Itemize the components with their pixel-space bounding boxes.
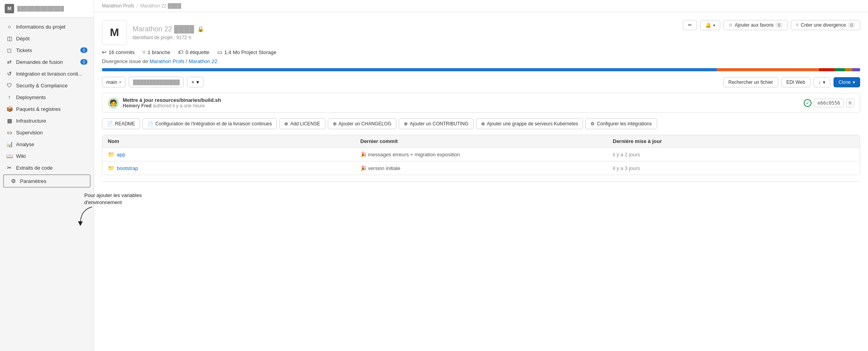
- edi-web-button[interactable]: EDI Web: [781, 77, 810, 87]
- sidebar-item-parametres[interactable]: ⚙ Paramètres: [3, 174, 91, 188]
- repo-avatar: M: [102, 20, 127, 45]
- stat-commits[interactable]: ↩ 16 commits: [102, 49, 134, 55]
- notification-button[interactable]: 🔔 ▾: [700, 20, 720, 30]
- merge-icon: ⇄: [6, 59, 13, 65]
- file-table: Nom Dernier commit Dernière mise à jour …: [102, 135, 860, 175]
- repo-name-text: Marathon 22 ████: [133, 25, 194, 33]
- branch-icon: ⑂: [142, 49, 145, 55]
- readme-icon: 📄: [107, 121, 113, 127]
- clone-label: Clone: [839, 80, 851, 85]
- sidebar-item-label: Informations du projet: [16, 24, 65, 30]
- chevron-down-icon: ▾: [119, 80, 121, 84]
- fork-button[interactable]: ⑂ Créer une divergence 0: [791, 20, 860, 30]
- col-commit: Dernier commit: [355, 135, 607, 147]
- divergence-link2[interactable]: Marathon 22: [189, 58, 217, 64]
- breadcrumb-sep: /: [136, 3, 138, 9]
- storage-label: 1,4 Mo Project Storage: [224, 49, 276, 55]
- pencil-icon: ✏: [688, 22, 692, 28]
- sidebar-item-label: Paquets & registres: [16, 106, 60, 112]
- sidebar-item-project-info[interactable]: ○ Informations du projet: [0, 21, 94, 33]
- sidebar-item-deployments[interactable]: ↑ Deployments: [0, 91, 94, 103]
- progress-green: [835, 68, 845, 71]
- search-file-button[interactable]: Rechercher un fichier: [723, 77, 778, 87]
- add-file-button[interactable]: + ▾: [187, 77, 203, 87]
- plus-icon: +: [191, 79, 194, 85]
- repo-project-id: Identifiant de projet : 9172 ⎘: [133, 35, 204, 40]
- commit-ref-display: ██████████████: [129, 77, 184, 87]
- star-count: 0: [775, 22, 783, 28]
- readme-button[interactable]: 📄 README: [102, 118, 140, 129]
- col-updated: Dernière mise à jour: [607, 135, 860, 147]
- copy-id-icon[interactable]: ⎘: [189, 35, 191, 40]
- add-license-button[interactable]: ⊕ Add LICENSE: [279, 118, 325, 129]
- clone-button[interactable]: Clone ▾: [833, 77, 860, 87]
- sidebar-item-wiki[interactable]: 📖 Wiki: [0, 150, 94, 162]
- add-kubernetes-button[interactable]: ⊕ Ajouter une grappe de serveurs Kuberne…: [476, 118, 583, 129]
- settings-icon: ⚙: [10, 178, 16, 184]
- sidebar-header-title: ██████████████: [17, 6, 64, 11]
- sidebar: M ██████████████ ○ Informations du proje…: [0, 0, 94, 351]
- add-contributing-button[interactable]: ⊕ Ajouter un CONTRIBUTING: [399, 118, 473, 129]
- branch-selector[interactable]: main ▾: [102, 77, 125, 87]
- repo-main: M Marathon 22 ████ 🔒 Identifiant de proj…: [94, 12, 868, 190]
- star-label: Ajouter aux favoris: [735, 22, 774, 28]
- commit-time: authored il y a une heure: [153, 103, 205, 109]
- sidebar-item-integration[interactable]: ↺ Intégration et livraison conti...: [0, 68, 94, 80]
- col-name: Nom: [102, 135, 355, 147]
- file-name-link[interactable]: app: [117, 152, 125, 157]
- file-table-header: Nom Dernier commit Dernière mise à jour: [102, 135, 860, 148]
- configure-integrations-button[interactable]: ⚙ Configurer les intégrations: [585, 118, 657, 129]
- sidebar-item-supervision[interactable]: ▭ Supervision: [0, 127, 94, 138]
- sidebar-header: M ██████████████: [0, 0, 94, 18]
- commit-author-avatar: 🧑: [108, 98, 119, 109]
- sidebar-item-analyse[interactable]: 📊 Analyse: [0, 138, 94, 150]
- download-button[interactable]: ↓ ▾: [814, 77, 830, 87]
- commit-message[interactable]: Mettre à jour resources/binaries/build.s…: [123, 97, 800, 103]
- branches-label: 1 branche: [147, 49, 170, 55]
- tags-label: 0 étiquette: [185, 49, 209, 55]
- sidebar-item-label: Demandes de fusion: [16, 59, 63, 65]
- sidebar-item-depot[interactable]: ◫ Dépôt: [0, 33, 94, 44]
- copy-icon: ⎘: [849, 100, 852, 106]
- file-name-link[interactable]: bootstrap: [117, 165, 138, 171]
- plus-icon: ⊕: [284, 121, 288, 127]
- ci-config-button[interactable]: 📄 Configuration de l'intégration et de l…: [142, 118, 277, 129]
- sidebar-item-extraits[interactable]: ✂ Extraits de code: [0, 162, 94, 174]
- sidebar-item-tickets[interactable]: ◻ Tickets 0: [0, 44, 94, 56]
- sidebar-item-infrastructure[interactable]: ▦ Infrastructure: [0, 115, 94, 127]
- sidebar-item-label: Security & Compliance: [16, 83, 68, 89]
- star-button[interactable]: ☆ Ajouter aux favoris 0: [723, 20, 788, 30]
- commit-author-line: Hemery Fred authored il y a une heure: [123, 103, 800, 109]
- changelog-label: Ajouter un CHANGELOG: [339, 121, 392, 127]
- breadcrumb-part2: Marathon 22 ████: [140, 3, 181, 9]
- breadcrumb-part1[interactable]: Marathon Profs: [102, 3, 134, 9]
- repo-name-block: Marathon 22 ████ 🔒 Identifiant de projet…: [133, 25, 204, 40]
- shield-icon: 🛡: [6, 82, 13, 89]
- settings-icon: ⚙: [590, 121, 595, 127]
- file-updated-cell: il y a 2 jours: [607, 148, 860, 161]
- chevron-down-icon: ▾: [853, 80, 855, 85]
- add-changelog-button[interactable]: ⊕ Ajouter un CHANGELOG: [328, 118, 397, 129]
- search-file-label: Rechercher un fichier: [728, 80, 773, 85]
- divergence-prefix: Divergence issue de: [102, 58, 148, 64]
- sidebar-item-security[interactable]: 🛡 Security & Compliance: [0, 80, 94, 91]
- folder-icon: 📁: [108, 151, 114, 157]
- copy-hash-button[interactable]: ⎘: [846, 99, 854, 107]
- breadcrumb: Marathon Profs / Marathon 22 ████: [94, 0, 868, 12]
- supervision-icon: ▭: [6, 129, 13, 136]
- package-icon: 📦: [6, 106, 13, 112]
- contributing-label: Ajouter un CONTRIBUTING: [410, 121, 468, 127]
- divergence-info: Divergence issue de Marathon Profs / Mar…: [102, 58, 860, 64]
- pencil-button[interactable]: ✏: [683, 20, 697, 30]
- table-row: 📁 app 🎉 messages erreurs + migration exp…: [102, 148, 860, 161]
- file-updated-cell: il y a 3 jours: [607, 161, 860, 175]
- snippets-icon: ✂: [6, 165, 13, 171]
- sidebar-item-paquets[interactable]: 📦 Paquets & registres: [0, 103, 94, 115]
- plus-icon: ⊕: [481, 121, 485, 127]
- commit-hash[interactable]: e66c0556: [814, 99, 844, 107]
- stat-branches[interactable]: ⑂ 1 branche: [142, 49, 170, 55]
- bell-icon: 🔔: [705, 22, 711, 28]
- divergence-link1[interactable]: Marathon Profs: [149, 58, 184, 64]
- sidebar-item-demandes[interactable]: ⇄ Demandes de fusion 0: [0, 56, 94, 68]
- stat-tags[interactable]: 🏷 0 étiquette: [178, 49, 209, 55]
